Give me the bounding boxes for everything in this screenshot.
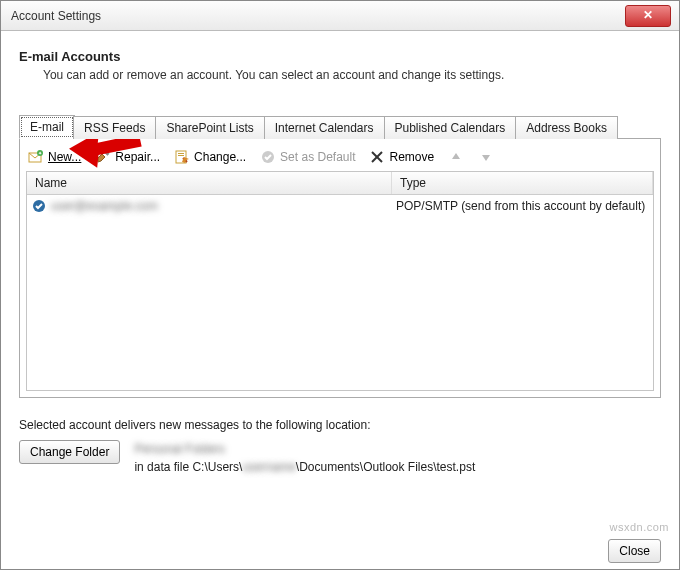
new-account-button[interactable]: ✦ New... bbox=[28, 149, 81, 165]
remove-label: Remove bbox=[389, 150, 434, 164]
arrow-down-icon bbox=[478, 149, 494, 165]
svg-text:✦: ✦ bbox=[38, 150, 42, 156]
account-name-label: user@example.com bbox=[51, 199, 158, 213]
delivery-folder-name: Personal Folders bbox=[134, 442, 225, 456]
move-down-button bbox=[478, 149, 494, 165]
repair-account-button[interactable]: Repair... bbox=[95, 149, 160, 165]
tab-sharepoint-lists[interactable]: SharePoint Lists bbox=[155, 116, 264, 139]
delivery-location-row: Change Folder Personal Folders in data f… bbox=[19, 440, 661, 476]
delivery-path-user: username bbox=[242, 460, 295, 474]
list-body: user@example.com POP/SMTP (send from thi… bbox=[27, 195, 653, 217]
section-description: You can add or remove an account. You ca… bbox=[43, 68, 661, 82]
svg-marker-11 bbox=[452, 153, 460, 159]
window-title: Account Settings bbox=[11, 9, 101, 23]
close-button[interactable]: Close bbox=[608, 539, 661, 563]
close-icon: ✕ bbox=[643, 8, 653, 22]
set-default-button: Set as Default bbox=[260, 149, 355, 165]
tab-panel-email: ✦ New... Repair... Change... bbox=[19, 138, 661, 398]
titlebar: Account Settings ✕ bbox=[1, 1, 679, 31]
watermark: wsxdn.com bbox=[609, 521, 669, 533]
tab-rss-feeds[interactable]: RSS Feeds bbox=[73, 116, 156, 139]
list-header: Name Type bbox=[27, 172, 653, 195]
change-label: Change... bbox=[194, 150, 246, 164]
dialog-bottom-bar: Close bbox=[608, 539, 661, 563]
tab-strip: E-mail RSS Feeds SharePoint Lists Intern… bbox=[19, 114, 661, 138]
delivery-location-label: Selected account delivers new messages t… bbox=[19, 418, 661, 432]
new-icon: ✦ bbox=[28, 149, 44, 165]
check-circle-icon bbox=[260, 149, 276, 165]
tab-address-books[interactable]: Address Books bbox=[515, 116, 618, 139]
column-header-name[interactable]: Name bbox=[27, 172, 392, 194]
set-default-label: Set as Default bbox=[280, 150, 355, 164]
remove-account-button[interactable]: Remove bbox=[369, 149, 434, 165]
account-type-cell: POP/SMTP (send from this account by defa… bbox=[396, 199, 649, 213]
section-title: E-mail Accounts bbox=[19, 49, 661, 64]
svg-rect-6 bbox=[178, 153, 184, 154]
arrow-up-icon bbox=[448, 149, 464, 165]
delivery-path-prefix: in data file C:\Users\ bbox=[134, 460, 242, 474]
new-label: New... bbox=[48, 150, 81, 164]
svg-marker-12 bbox=[482, 155, 490, 161]
account-row[interactable]: user@example.com POP/SMTP (send from thi… bbox=[27, 195, 653, 217]
svg-rect-4 bbox=[104, 150, 110, 156]
account-name-cell: user@example.com bbox=[31, 198, 396, 214]
column-header-type[interactable]: Type bbox=[392, 172, 653, 194]
change-icon bbox=[174, 149, 190, 165]
change-account-button[interactable]: Change... bbox=[174, 149, 246, 165]
move-up-button bbox=[448, 149, 464, 165]
accounts-toolbar: ✦ New... Repair... Change... bbox=[26, 145, 654, 171]
svg-rect-7 bbox=[178, 155, 184, 156]
remove-icon bbox=[369, 149, 385, 165]
account-settings-window: Account Settings ✕ E-mail Accounts You c… bbox=[0, 0, 680, 570]
tab-email[interactable]: E-mail bbox=[19, 115, 75, 139]
repair-icon bbox=[95, 149, 111, 165]
repair-label: Repair... bbox=[115, 150, 160, 164]
tab-internet-calendars[interactable]: Internet Calendars bbox=[264, 116, 385, 139]
section-header: E-mail Accounts You can add or remove an… bbox=[19, 49, 661, 82]
tab-published-calendars[interactable]: Published Calendars bbox=[384, 116, 517, 139]
delivery-path: Personal Folders in data file C:\Users\u… bbox=[134, 440, 475, 476]
change-folder-button[interactable]: Change Folder bbox=[19, 440, 120, 464]
delivery-path-suffix: \Documents\Outlook Files\test.pst bbox=[296, 460, 475, 474]
accounts-list[interactable]: Name Type user@example.com POP/SMTP (sen… bbox=[26, 171, 654, 391]
default-account-icon bbox=[31, 198, 47, 214]
content-area: E-mail Accounts You can add or remove an… bbox=[1, 31, 679, 569]
window-close-button[interactable]: ✕ bbox=[625, 5, 671, 27]
